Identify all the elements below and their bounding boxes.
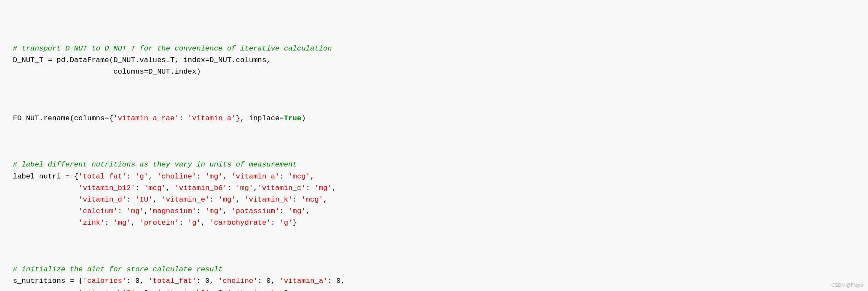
line-comment-3: # initialize the dict for store calculat…: [13, 264, 855, 275]
line-blank-3: [13, 241, 855, 252]
line-15: s_nutritions = {'calories': 0, 'total_fa…: [13, 275, 855, 287]
line-9: 'vitamin_b12': 'mcg', 'vitamin_b6': 'mg'…: [13, 182, 855, 194]
watermark: CSDN @Freya: [831, 282, 863, 288]
line-comment-2: # label different nutritions as they var…: [13, 159, 855, 170]
line-8: label_nutri = {'total_fat': 'g', 'cholin…: [13, 171, 855, 182]
line-blank-2: [13, 136, 855, 147]
code-block: # transport D_NUT to D_NUT_T for the con…: [13, 8, 855, 291]
line-12: 'zink': 'mg', 'protein': 'g', 'carbohydr…: [13, 217, 855, 229]
code-container: # transport D_NUT to D_NUT_T for the con…: [0, 0, 868, 291]
line-1: # transport D_NUT to D_NUT_T for the con…: [13, 43, 855, 54]
line-2: D_NUT_T = pd.DataFrame(D_NUT.values.T, i…: [13, 54, 855, 66]
line-blank-1: [13, 89, 855, 101]
line-10: 'vitamin_d': 'IU', 'vitamin_e': 'mg', 'v…: [13, 194, 855, 205]
line-16: 'vitamin_b12': 0, 'vitamin_b6': 0,'vitam…: [13, 287, 855, 291]
comment-1: # transport D_NUT to D_NUT_T for the con…: [13, 45, 332, 53]
line-5: FD_NUT.rename(columns={'vitamin_a_rae': …: [13, 113, 855, 124]
line-3: columns=D_NUT.index): [13, 66, 855, 77]
line-11: 'calcium': 'mg','magnesium': 'mg', 'pota…: [13, 205, 855, 217]
